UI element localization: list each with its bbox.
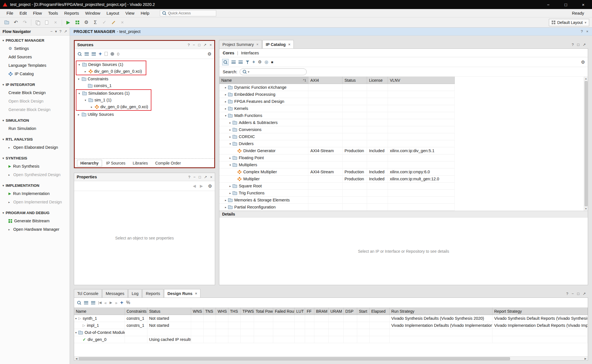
float-icon[interactable]: ↗ <box>204 175 207 179</box>
subtab-interfaces[interactable]: Interfaces <box>241 51 259 55</box>
stop-icon[interactable]: ■ <box>271 60 273 64</box>
close-icon[interactable]: × <box>256 42 259 46</box>
ip-settings-icon[interactable]: ⚙ <box>258 59 262 65</box>
filter-icon[interactable] <box>246 60 249 64</box>
quick-access-input[interactable] <box>168 11 210 15</box>
tab-reports[interactable]: Reports <box>142 289 164 298</box>
column-header-license[interactable]: License <box>367 77 388 84</box>
search-icon[interactable] <box>77 301 81 305</box>
column-header-tns[interactable]: TNS <box>204 308 216 315</box>
flownav-dock-icon[interactable]: ↗ <box>64 29 67 34</box>
catalog-search-box[interactable]: ▾ <box>240 68 307 75</box>
column-header-axi4[interactable]: AXI4 <box>308 77 343 84</box>
menu-layout[interactable]: Layout <box>103 9 122 17</box>
tab-libraries[interactable]: Libraries <box>130 160 151 166</box>
step-back-icon[interactable]: « <box>104 300 107 305</box>
close-icon[interactable]: × <box>209 43 212 47</box>
chevron-down-icon[interactable]: ▾ <box>248 70 249 74</box>
catalog-row-fpga-features[interactable]: ▸FPGA Features and Design <box>219 98 455 105</box>
column-header-total-power[interactable]: Total Power <box>254 308 273 315</box>
layout-selector[interactable]: Default Layout ▾ <box>549 19 589 26</box>
run-row-impl-1[interactable]: ▷ impl_1 constrs_1 Not started Vivado Im… <box>74 322 588 329</box>
nav-item-open-hardware-manager[interactable]: ▸ Open Hardware Manager <box>0 225 70 234</box>
catalog-row-multiplier[interactable]: Multiplier Production Included xilinx.co… <box>219 176 455 183</box>
help-icon[interactable]: ? <box>566 292 568 296</box>
scroll-up-icon[interactable]: ▲ <box>585 77 587 81</box>
tab-ip-sources[interactable]: IP Sources <box>103 160 129 166</box>
expand-all-icon[interactable] <box>91 301 95 304</box>
chevron-right-icon[interactable]: ▸ <box>229 185 231 188</box>
maximize-icon[interactable]: □ <box>577 43 579 47</box>
chevron-right-icon[interactable]: ▸ <box>229 128 231 131</box>
target-icon[interactable]: ◎ <box>264 59 268 65</box>
column-header-run-strategy[interactable]: Run Strategy <box>390 308 492 315</box>
chevron-down-icon[interactable]: ▾ <box>75 331 77 334</box>
chevron-down-icon[interactable]: ▾ <box>78 92 81 95</box>
tree-item-constraints[interactable]: ▾ Constraints <box>76 76 214 82</box>
catalog-row-math-functions[interactable]: ▾Math Functions <box>219 112 455 119</box>
tree-item-design-sources[interactable]: ▾ Design Sources (1) <box>76 61 146 68</box>
search-icon[interactable] <box>222 59 229 65</box>
tree-item-constrs-1[interactable]: constrs_1 <box>76 82 214 89</box>
section-project-manager[interactable]: ▾ PROJECT MANAGER <box>0 37 70 44</box>
window-maximize-button[interactable]: □ <box>557 0 575 9</box>
run-icon[interactable]: ▶ <box>64 19 72 26</box>
nav-item-create-block-design[interactable]: Create Block Design <box>0 88 70 97</box>
nav-item-add-sources[interactable]: Add Sources <box>0 53 70 61</box>
catalog-row-trig-functions[interactable]: ▸Trig Functions <box>219 190 455 197</box>
column-header-lut[interactable]: LUT <box>295 308 305 315</box>
chevron-right-icon[interactable]: ▸ <box>225 86 226 89</box>
chevron-down-icon[interactable]: ▾ <box>84 99 87 102</box>
nav-item-settings[interactable]: ⚙ Settings <box>0 44 70 53</box>
forward-arrow-icon[interactable]: ▶ <box>200 184 203 188</box>
create-run-icon[interactable]: + <box>120 299 123 306</box>
help-icon[interactable]: ? <box>188 175 190 179</box>
window-minimize-button[interactable]: − <box>540 0 557 9</box>
catalog-row-cordic[interactable]: ▸CORDIC <box>219 133 455 140</box>
close-icon[interactable]: × <box>288 42 290 46</box>
chevron-down-icon[interactable]: ▾ <box>229 142 231 145</box>
step-forward-icon[interactable]: » <box>115 300 117 305</box>
menu-file[interactable]: File <box>3 9 16 17</box>
flownav-expand-icon[interactable]: ▾ <box>55 29 57 34</box>
column-header-ths[interactable]: THS <box>228 308 241 315</box>
catalog-row-embedded-processing[interactable]: ▸Embedded Processing <box>219 91 455 98</box>
section-program-and-debug[interactable]: ▾ PROGRAM AND DEBUG <box>0 209 70 217</box>
quick-access-search[interactable] <box>160 10 216 16</box>
column-header-uram[interactable]: URAM <box>329 308 344 315</box>
redo-icon[interactable]: ↷ <box>21 19 29 26</box>
column-header-name[interactable]: Name ^1 <box>219 77 308 84</box>
copy-icon[interactable] <box>34 19 41 26</box>
section-rtl-analysis[interactable]: ▾ RTL ANALYSIS <box>0 136 70 143</box>
nav-item-open-implemented-design[interactable]: ▸ Open Implemented Design <box>0 198 70 206</box>
catalog-row-partial-reconfiguration[interactable]: ▸Partial Reconfiguration <box>219 204 455 211</box>
nav-item-language-templates[interactable]: Language Templates <box>0 61 70 70</box>
float-icon[interactable]: ↗ <box>204 43 207 47</box>
chevron-right-icon[interactable]: ▸ <box>225 100 226 103</box>
catalog-row-dividers[interactable]: ▾Dividers <box>219 140 455 147</box>
check-icon[interactable]: ✓ <box>100 19 108 26</box>
menu-view[interactable]: View <box>122 9 138 17</box>
expand-all-icon[interactable] <box>238 61 243 64</box>
chevron-right-icon[interactable]: ▸ <box>225 199 226 202</box>
menu-edit[interactable]: Edit <box>16 9 30 17</box>
collapse-all-icon[interactable] <box>85 52 89 56</box>
chevron-right-icon[interactable]: ▸ <box>229 135 231 138</box>
gear-icon[interactable]: ⚙ <box>581 59 585 65</box>
menu-tools[interactable]: Tools <box>45 9 61 17</box>
scroll-down-icon[interactable]: ▼ <box>585 207 587 211</box>
chevron-right-icon[interactable]: ▸ <box>90 105 93 108</box>
bitstream-icon[interactable] <box>73 19 81 26</box>
chevron-down-icon[interactable]: ▾ <box>229 163 231 167</box>
help-icon[interactable]: ? <box>572 43 574 47</box>
maximize-icon[interactable]: □ <box>199 175 201 179</box>
chevron-right-icon[interactable]: ▸ <box>229 121 231 124</box>
section-simulation[interactable]: ▾ SIMULATION <box>0 117 70 124</box>
float-icon[interactable]: ↗ <box>583 292 586 296</box>
menu-flow[interactable]: Flow <box>30 9 45 17</box>
nav-item-generate-block-design[interactable]: Generate Block Design <box>0 105 70 114</box>
catalog-row-memories-storage[interactable]: ▸Memories & Storage Elements <box>219 197 455 204</box>
tab-compile-order[interactable]: Compile Order <box>152 160 184 166</box>
chevron-down-icon[interactable]: ▾ <box>78 63 81 66</box>
column-header-tpws[interactable]: TPWS <box>241 308 254 315</box>
